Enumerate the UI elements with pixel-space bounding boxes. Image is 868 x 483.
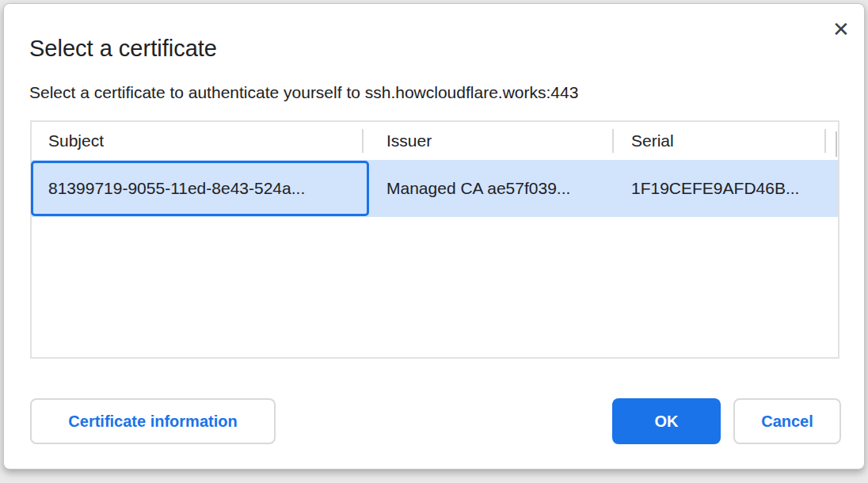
ok-button[interactable]: OK <box>612 398 721 444</box>
column-divider <box>824 129 826 153</box>
column-header-subject: Subject <box>48 122 104 160</box>
dialog-title: Select a certificate <box>29 36 217 62</box>
dialog-subtitle: Select a certificate to authenticate you… <box>29 83 578 102</box>
cell-subject: 81399719-9055-11ed-8e43-524a... <box>48 160 305 217</box>
certificate-information-button[interactable]: Certificate information <box>30 398 276 444</box>
close-icon[interactable]: ✕ <box>828 16 855 43</box>
column-header-serial: Serial <box>631 122 674 160</box>
cell-issuer: Managed CA ae57f039... <box>386 160 570 217</box>
column-divider <box>612 129 614 153</box>
column-header-issuer: Issuer <box>386 122 432 160</box>
certificate-picker-dialog: ✕ Select a certificate Select a certific… <box>3 3 865 470</box>
certificate-table: Subject Issuer Serial 81399719-9055-11ed… <box>30 120 839 359</box>
cell-serial: 1F19CEFE9AFD46B... <box>631 160 799 217</box>
scrollbar[interactable] <box>836 131 837 157</box>
column-divider <box>362 129 364 153</box>
certificate-row-selected[interactable]: 81399719-9055-11ed-8e43-524a... Managed … <box>32 160 838 217</box>
cancel-button[interactable]: Cancel <box>733 398 841 444</box>
